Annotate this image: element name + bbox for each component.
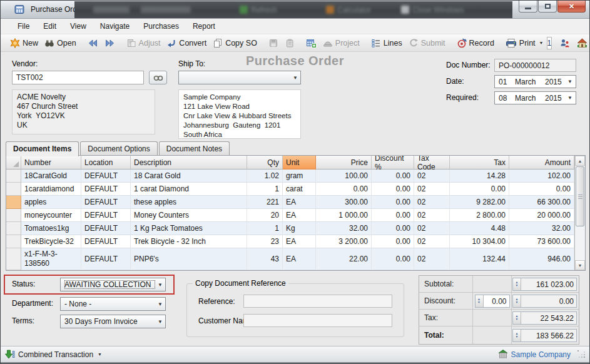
header-number[interactable]: Number	[21, 156, 81, 169]
spinner-icon[interactable]: ▲▼	[513, 312, 521, 324]
cell-tax-code[interactable]: 02	[414, 183, 450, 196]
tab-document-notes[interactable]: Document Notes	[159, 141, 230, 156]
cell-number[interactable]: TrekBicycle-32	[21, 235, 81, 248]
cell-number[interactable]: moneycounter	[21, 209, 81, 222]
cell-tax[interactable]: 9 282.00	[450, 196, 509, 209]
table-row[interactable]: x1-F-M-3-138560DEFAULTPNP6's43EA22.000.0…	[6, 248, 574, 270]
vendor-search-button[interactable]	[149, 71, 167, 84]
cell-tax[interactable]: 132.44	[450, 248, 509, 270]
header-description[interactable]: Description	[131, 156, 247, 169]
cell-unit[interactable]: EA	[283, 248, 316, 270]
company-button[interactable]	[574, 37, 590, 49]
record-button[interactable]: Record	[454, 37, 497, 49]
cell-number[interactable]: Tomatoes1kg	[21, 222, 81, 235]
cell-qty[interactable]: 1.02	[247, 169, 283, 183]
cell-amount[interactable]: 66 300.00	[509, 196, 574, 209]
terms-combobox[interactable]: 30 Days From Invoice ▼	[60, 315, 166, 328]
cell-location[interactable]: DEFAULT	[81, 222, 131, 235]
spinner-icon[interactable]: ▲▼	[513, 278, 521, 290]
cell-price[interactable]: 22.00	[316, 248, 372, 270]
cell-tax-code[interactable]: 02	[414, 248, 450, 270]
dropdown-arrow-icon[interactable]: ▼	[565, 92, 575, 104]
header-amount[interactable]: Amount	[509, 156, 574, 169]
cell-tax-code[interactable]: 02	[414, 209, 450, 222]
cell-qty[interactable]: 1	[247, 183, 283, 196]
cell-discount-pct[interactable]: 0.00	[372, 196, 414, 209]
menu-view[interactable]: View	[63, 19, 93, 33]
discount-percent-field[interactable]: ▲▼0.00	[475, 295, 510, 308]
cell-qty[interactable]: 1	[247, 222, 283, 235]
copies-field[interactable]: 1	[547, 37, 552, 49]
cell-discount-pct[interactable]: 0.00	[372, 169, 414, 183]
print-dropdown-caret[interactable]: ▼	[539, 41, 544, 45]
menu-edit[interactable]: Edit	[36, 19, 63, 33]
cell-unit[interactable]: EA	[283, 196, 316, 209]
cell-amount[interactable]: 20 000.00	[509, 209, 574, 222]
row-selector[interactable]	[6, 209, 21, 222]
cell-description[interactable]: 1 carat Diamond	[131, 183, 247, 196]
dropdown-arrow-icon[interactable]: ▼	[290, 71, 300, 84]
cell-qty[interactable]: 20	[247, 209, 283, 222]
menu-navigate[interactable]: Navigate	[93, 19, 136, 33]
menu-purchases[interactable]: Purchases	[136, 19, 186, 33]
cell-description[interactable]: Trek Bicycle - 32 Inch	[131, 235, 247, 248]
cell-amount[interactable]: 102.00	[509, 169, 574, 183]
menu-file[interactable]: File	[11, 19, 36, 33]
cell-location[interactable]: DEFAULT	[81, 235, 131, 248]
table-row[interactable]: applesDEFAULTthese apples221EA300.000.00…	[6, 196, 574, 209]
dropdown-arrow-icon[interactable]: ▼	[155, 315, 165, 328]
menu-report[interactable]: Report	[186, 19, 222, 33]
row-selector[interactable]	[6, 222, 21, 235]
close-button[interactable]: ✕	[557, 1, 586, 13]
cell-description[interactable]: 1 Kg Pack Tomatoes	[131, 222, 247, 235]
company-indicator[interactable]: Sample Company	[498, 350, 586, 359]
cell-unit[interactable]: EA	[283, 209, 316, 222]
status-combobox[interactable]: AWAITING COLLECTION ▼	[60, 278, 166, 291]
table-row[interactable]: 1caratdiamondDEFAULT1 carat Diamond1cara…	[6, 183, 574, 196]
reference-input[interactable]	[243, 295, 392, 308]
convert-button[interactable]: Convert	[163, 37, 210, 49]
cell-price[interactable]: 100.00	[316, 169, 372, 183]
cell-description[interactable]: PNP6's	[131, 248, 247, 270]
combined-transaction-selector[interactable]: Combined Transaction ▼	[4, 350, 102, 360]
cell-number[interactable]: 18CaratGold	[21, 169, 81, 183]
cell-tax[interactable]: 4.48	[450, 222, 509, 235]
department-combobox[interactable]: - None - ▼	[60, 297, 166, 311]
row-selector[interactable]	[6, 248, 21, 270]
dropdown-arrow-icon[interactable]: ▼	[98, 352, 102, 356]
header-tax[interactable]: Tax	[450, 156, 509, 169]
cell-unit[interactable]: gram	[283, 169, 316, 183]
dropdown-arrow-icon[interactable]: ▼	[155, 278, 165, 291]
cell-unit[interactable]: Kg	[283, 222, 316, 235]
required-date-picker[interactable]: 08 March 2015 ▼	[494, 91, 576, 104]
cell-qty[interactable]: 221	[247, 196, 283, 209]
select-all-header[interactable]	[6, 156, 21, 169]
open-button[interactable]: Open	[41, 37, 79, 49]
contacts-button[interactable]	[557, 37, 574, 49]
cell-unit[interactable]: EA	[283, 235, 316, 248]
copy-so-button[interactable]: Copy SO	[210, 37, 260, 49]
header-price[interactable]: Price	[316, 156, 372, 169]
cell-tax[interactable]: 10 304.00	[450, 235, 509, 248]
cell-amount[interactable]: 946.00	[509, 248, 574, 270]
cell-price[interactable]: 1 000.00	[316, 209, 372, 222]
new-button[interactable]: New	[7, 37, 41, 49]
cell-location[interactable]: DEFAULT	[81, 169, 131, 183]
cell-number[interactable]: x1-F-M-3-138560	[21, 248, 81, 270]
cell-discount-pct[interactable]: 0.00	[372, 248, 414, 270]
table-row[interactable]: Tomatoes1kgDEFAULT1 Kg Pack Tomatoes1Kg3…	[6, 222, 574, 235]
scrollbar-track[interactable]	[575, 227, 585, 260]
scroll-up-icon[interactable]: ▲	[575, 156, 585, 166]
date-picker[interactable]: 01 March 2015 ▼	[494, 75, 576, 88]
print-button[interactable]: Print ▼	[502, 37, 547, 49]
minimize-button[interactable]	[519, 1, 537, 13]
spinner-icon[interactable]: ▲▼	[476, 295, 484, 307]
cell-qty[interactable]: 43	[247, 248, 283, 270]
scroll-down-icon[interactable]: ▼	[575, 260, 585, 270]
row-selector[interactable]	[6, 183, 21, 196]
cell-description[interactable]: 18 Carat Gold	[131, 169, 247, 183]
header-tax-code[interactable]: Tax Code	[414, 156, 450, 169]
vendor-code-input[interactable]: TST002	[12, 71, 144, 84]
row-selector[interactable]	[6, 196, 21, 209]
cell-tax-code[interactable]: 02	[414, 222, 450, 235]
